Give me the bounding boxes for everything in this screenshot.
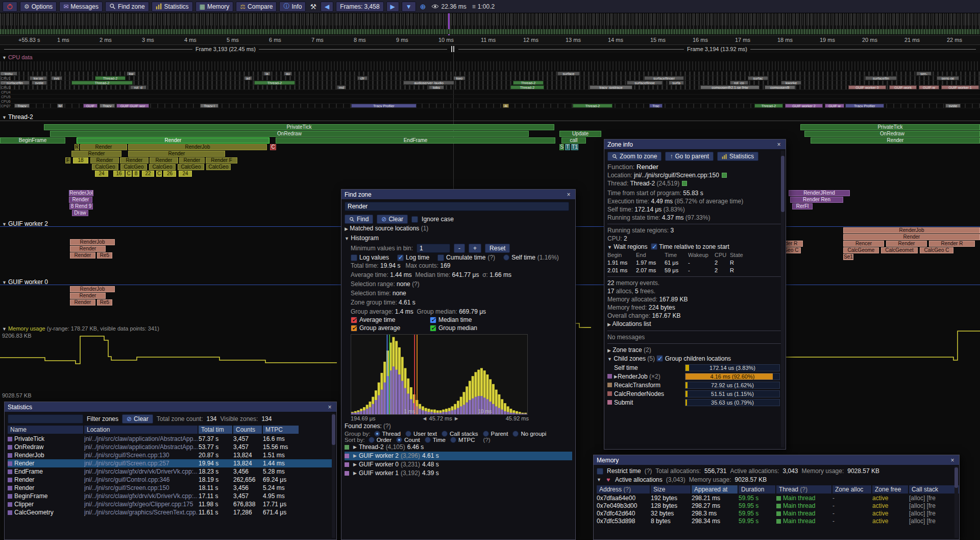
zone[interactable]: Render [150,157,178,163]
child-zone-row[interactable]: Self time 172.14 us (3.83%) [607,363,782,372]
zone[interactable]: BeginFrame [0,137,65,144]
decrement-button[interactable]: - [454,244,465,253]
cpu-zone-chip[interactable]: surface [557,72,580,76]
wait-regions-section[interactable]: Wait regions [614,243,647,250]
zone[interactable]: Render [811,137,980,144]
cpu-zone-chip[interactable]: Thread-2 [95,76,126,80]
zone[interactable]: PrivateTick [44,124,554,130]
cpu-zone-chip[interactable]: surfa [669,81,684,85]
zone[interactable]: CalcGeo [120,164,147,170]
zone[interactable]: CalcGeo [178,164,204,170]
guif-worker-2-header[interactable]: ▼GUIF worker 2 [2,220,48,227]
zone[interactable]: Render [80,144,127,150]
zone[interactable]: CalcGeo C [920,247,953,253]
frame-overview-strip[interactable] [0,13,980,36]
zone-info-titlebar[interactable]: Zone info× [604,139,786,149]
found-zone-group[interactable]: ▶ Thread-2 (4,105) 6.46 s [345,443,572,452]
next-frame-button[interactable]: ▶ [386,2,399,12]
zone[interactable]: T1 [571,144,578,150]
expanded-icon[interactable]: ▼ [607,357,612,362]
self-time-option[interactable] [503,254,509,261]
min-bin-input[interactable]: 1 [416,244,450,253]
cpu-zone-chip[interactable]: tracy_systrace [590,85,632,89]
legend-toggle[interactable]: Median time [430,316,509,323]
legend-color-checkbox[interactable] [430,317,436,323]
zone[interactable]: Render [90,157,119,163]
guif-worker-0-header[interactable]: ▼GUIF worker 0 [2,278,48,286]
zone[interactable]: Render [70,252,95,259]
cpu-zone-chip[interactable]: ad [244,76,252,80]
found-zone-group[interactable]: ▶ GUIF worker 0 (3,231) 4.48 s [345,460,572,469]
close-icon[interactable]: × [326,404,333,411]
find-button[interactable]: Find [345,215,373,224]
zone-location[interactable]: jni/../jni/src/guif/Screen.cpp:150 [634,172,719,179]
cpu-zone-chip[interactable]: surfaceflin [865,76,897,80]
scrollbar[interactable] [781,151,785,448]
zone[interactable]: Render [128,151,225,157]
cpu-zone-chip[interactable]: composer@ [765,85,795,89]
ignore-case-checkbox[interactable] [411,216,418,223]
cpu-zone-chip[interactable]: GUIF GUIF wor [116,104,149,108]
zone[interactable]: Se1 [843,254,853,260]
log-values-checkbox[interactable] [351,254,357,261]
expanded-icon[interactable]: ▼ [607,245,612,250]
statistics-titlebar[interactable]: Statistics× [5,402,336,412]
info-button[interactable]: ⓘInfo [279,2,306,12]
memory-button[interactable]: ▦Memory [195,2,234,12]
frames-display[interactable]: Frames: 3,458 [336,2,383,12]
cpu-zone-chip[interactable]: Tracy Profiler [845,104,884,108]
expanded-icon[interactable]: ▼ [345,236,349,241]
child-zones-section[interactable]: Child zones [614,355,646,362]
zone[interactable]: CalcGeo [206,164,231,170]
cpu-zone-chip[interactable]: au [284,72,292,76]
column-sort-button[interactable]: Zone free [872,485,908,494]
found-zone-group[interactable]: ▶ GUIF worker 2 (3,296) 4.61 s [345,452,572,460]
statistics-row[interactable]: Clipper jni/../jni/src/claw/gfx/geo/Clip… [8,500,333,508]
zone[interactable]: Render [843,234,980,240]
scrollbar[interactable] [954,466,958,538]
find-zone-search-input[interactable]: Render [345,202,569,211]
clear-button[interactable]: ⊘Clear [377,215,408,224]
cpu-zone-chip[interactable]: M [57,104,63,108]
cpu-zone-chip[interactable]: kw [127,72,136,76]
messages-button[interactable]: ✉Messages [59,2,103,12]
statistics-row[interactable]: PrivateTick jni/../jni/src/claw/applicat… [8,435,333,443]
zone[interactable]: R [75,144,79,150]
zone[interactable]: 18 [73,157,88,163]
go-to-parent-button[interactable]: ↑Go to parent [665,152,714,161]
sort-total-time-button[interactable]: Total tim [199,426,232,434]
legend-toggle[interactable]: Group average [351,324,430,332]
statistics-row[interactable]: BeginFrame jni/../jni/src/claw/gfx/drv/v… [8,492,333,500]
zone[interactable]: RenderJRend [789,190,850,196]
zone[interactable]: Render [886,241,927,247]
sort-by-option[interactable]: Count [396,437,420,443]
sort-by-option[interactable]: Order [369,437,391,443]
statistics-row[interactable]: EndFrame jni/../jni/src/claw/gfx/drv/vk/… [8,467,333,476]
cpu-zone-chip[interactable]: syste [945,104,961,108]
zone[interactable]: Rencer [843,241,884,247]
zone[interactable]: Draw [72,210,88,216]
statistics-row[interactable]: Render jni/../jni/src/guif/Screen.cpp:25… [8,459,333,467]
child-zone-row[interactable]: Submit 35.63 us (0.79%) [607,398,782,407]
zone[interactable]: RerFl [792,203,813,209]
cpu-zone-chip[interactable]: GUIF worker 1 [941,85,979,89]
close-icon[interactable]: × [565,191,572,198]
zone[interactable]: T [565,144,570,150]
cpu-zone-chip[interactable]: surfac [748,76,768,80]
cpu-zone-chip[interactable]: sen- [916,72,932,76]
cpu-zone-chip[interactable]: Tracy I [200,104,218,108]
child-zone-row[interactable]: CalcRenderNodes 51.51 us (1.15%) [607,389,782,398]
zone[interactable]: Render [71,151,121,157]
zone[interactable]: Render [69,197,92,203]
zone[interactable]: call [561,137,586,144]
cpu-zone-chip[interactable]: lgiks [429,85,444,89]
close-icon[interactable]: × [775,141,782,148]
options-button[interactable]: ⚙Options [20,2,57,12]
allocation-row[interactable]: 0x7dfc42d640 32 bytes 298.3 ms 59.95 s M… [597,510,956,518]
group-by-option[interactable]: User text [405,431,437,437]
column-sort-button[interactable]: Zone alloc [832,485,871,494]
zone[interactable]: Update [559,131,601,137]
cpu-zone-chip[interactable]: sens-ge [937,76,959,80]
legend-toggle[interactable]: Average time [351,316,430,323]
group-by-option[interactable]: Call stacks [442,431,478,437]
